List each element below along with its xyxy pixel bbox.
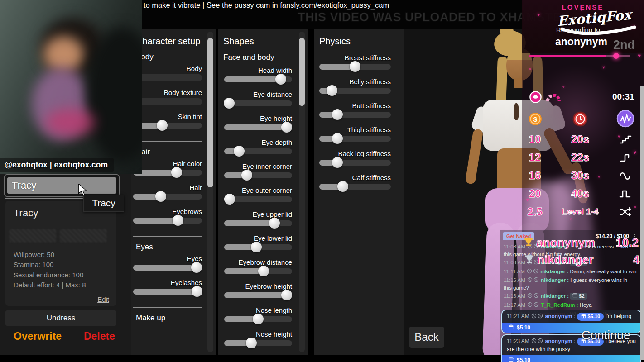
slider-knob[interactable] xyxy=(191,262,202,273)
slider-label: Eyelashes xyxy=(171,279,202,286)
character-thumbnail[interactable] xyxy=(60,229,107,243)
character-thumbnail[interactable] xyxy=(9,229,56,243)
slider-knob[interactable] xyxy=(332,133,343,144)
delete-button[interactable]: Delete xyxy=(84,330,115,343)
select-track[interactable] xyxy=(133,98,202,105)
overwrite-button[interactable]: Overwrite xyxy=(14,330,62,343)
stat-line: Stamina: 100 xyxy=(14,260,86,270)
chat-text: I'm helping xyxy=(605,313,631,319)
back-button[interactable]: Back xyxy=(409,327,444,348)
slider-row-head-width: Head width xyxy=(224,65,292,89)
rank-label: 2nd xyxy=(613,38,635,52)
slider-knob[interactable] xyxy=(241,170,252,181)
slider-knob[interactable] xyxy=(253,314,264,324)
slider-track[interactable] xyxy=(224,100,292,106)
slider-label: Eye lower lid xyxy=(254,234,292,242)
chat-username[interactable]: nikdanger : xyxy=(539,293,570,299)
slider-knob[interactable] xyxy=(281,290,292,300)
slider-knob[interactable] xyxy=(269,218,280,229)
clock-icon xyxy=(531,338,537,345)
name-tooltip: Tracy xyxy=(83,195,124,212)
slider-fill xyxy=(224,76,281,82)
chat-timestamp: 11:17 AM xyxy=(504,302,527,308)
slider-track[interactable] xyxy=(319,160,391,166)
slider-track[interactable] xyxy=(133,289,202,295)
chat-username[interactable]: nikdanger : xyxy=(539,277,570,283)
character-list-item[interactable]: Tracy xyxy=(14,207,38,219)
slider-track[interactable] xyxy=(319,136,391,142)
slider-knob[interactable] xyxy=(327,85,337,96)
slider-knob[interactable] xyxy=(350,61,360,72)
shapes-panel: Shapes Face and body Head widthEye dista… xyxy=(218,29,308,355)
slider-label: Eyebrow distance xyxy=(239,258,292,266)
slider-track[interactable] xyxy=(133,123,202,129)
chat-username[interactable]: T_R_RedRum : xyxy=(539,302,580,308)
slider-track[interactable] xyxy=(133,265,202,271)
slider-knob[interactable] xyxy=(332,157,343,168)
slider-track[interactable] xyxy=(319,184,391,190)
overlay-scrollbar[interactable] xyxy=(640,86,644,360)
slider-track[interactable] xyxy=(133,194,202,200)
slider-track[interactable] xyxy=(224,244,292,250)
edit-link[interactable]: Edit xyxy=(97,295,109,303)
slider-knob[interactable] xyxy=(171,167,182,178)
chat-username[interactable]: anonynym xyxy=(545,313,572,319)
tip-instruction-text: Tip to make it vibrate | See the pussy c… xyxy=(131,1,389,10)
slider-knob[interactable] xyxy=(275,74,286,85)
slider-knob[interactable] xyxy=(224,194,235,205)
slider-knob[interactable] xyxy=(157,120,168,131)
slider-fill xyxy=(133,265,197,271)
character-card[interactable]: Tracy Willpower: 50Stamina: 100Sexual en… xyxy=(5,201,116,306)
slider-knob[interactable] xyxy=(234,146,245,157)
slider-knob[interactable] xyxy=(192,286,202,297)
slider-row-eye-inner-corner: Eye inner corner xyxy=(224,161,292,185)
character-name-input[interactable]: Tracy xyxy=(7,177,116,194)
slider-track[interactable] xyxy=(224,124,292,130)
chat-username[interactable]: nikdanger : xyxy=(539,269,570,274)
slider-track[interactable] xyxy=(224,220,292,226)
stairs-pattern-icon xyxy=(612,134,639,145)
slider-track[interactable] xyxy=(133,170,202,176)
slider-knob[interactable] xyxy=(224,98,235,109)
slider-track[interactable] xyxy=(224,340,292,346)
slider-row-eyebrow-height: Eyebrow height xyxy=(224,281,292,305)
chat-username[interactable]: anonynym xyxy=(545,338,572,344)
character-setup-panel: Character setup BodyBodyBody textureSkin… xyxy=(130,29,216,355)
wave-pattern-icon xyxy=(612,170,639,181)
select-track[interactable] xyxy=(133,74,202,81)
slider-track[interactable] xyxy=(224,292,292,298)
slider-track[interactable] xyxy=(224,172,292,178)
webcam-caption: @exotiqfox | exotiqfox.com xyxy=(0,158,114,172)
shuffle-pattern-icon xyxy=(612,206,639,217)
slider-track[interactable] xyxy=(224,316,292,322)
countdown-timer: 00:31 xyxy=(612,92,634,102)
slider-knob[interactable] xyxy=(337,181,348,192)
ban-icon xyxy=(538,338,543,345)
slider-track[interactable] xyxy=(319,64,391,70)
slider-label: Eye inner corner xyxy=(242,162,292,170)
slider-knob[interactable] xyxy=(281,122,292,133)
setup-scrollbar[interactable] xyxy=(207,32,213,352)
slider-track[interactable] xyxy=(224,196,292,202)
slider-knob[interactable] xyxy=(173,215,183,226)
slider-track[interactable] xyxy=(319,88,391,94)
slider-track[interactable] xyxy=(224,76,292,82)
slider-label: Butt stiffness xyxy=(352,102,391,110)
undress-button[interactable]: Undress xyxy=(5,310,116,326)
step-pattern-icon xyxy=(612,152,639,163)
tip-message: 11:21 AM anonynym : $5.10 I'm helping xyxy=(502,310,640,323)
slider-knob[interactable] xyxy=(246,338,257,348)
slider-label: Hair xyxy=(189,184,202,191)
shapes-scrollbar[interactable] xyxy=(299,32,305,352)
slider-row-back-leg-stiffness: Back leg stiffness xyxy=(319,148,391,172)
slider-knob[interactable] xyxy=(155,191,166,202)
slider-track[interactable] xyxy=(224,148,292,154)
continue-button[interactable]: Continue xyxy=(582,329,630,343)
slider-knob[interactable] xyxy=(251,242,262,252)
slider-track[interactable] xyxy=(319,112,391,118)
slider-track[interactable] xyxy=(133,218,202,224)
webcam-blob xyxy=(45,109,95,136)
slider-knob[interactable] xyxy=(332,109,343,120)
slider-knob[interactable] xyxy=(258,266,269,276)
slider-track[interactable] xyxy=(224,268,292,274)
